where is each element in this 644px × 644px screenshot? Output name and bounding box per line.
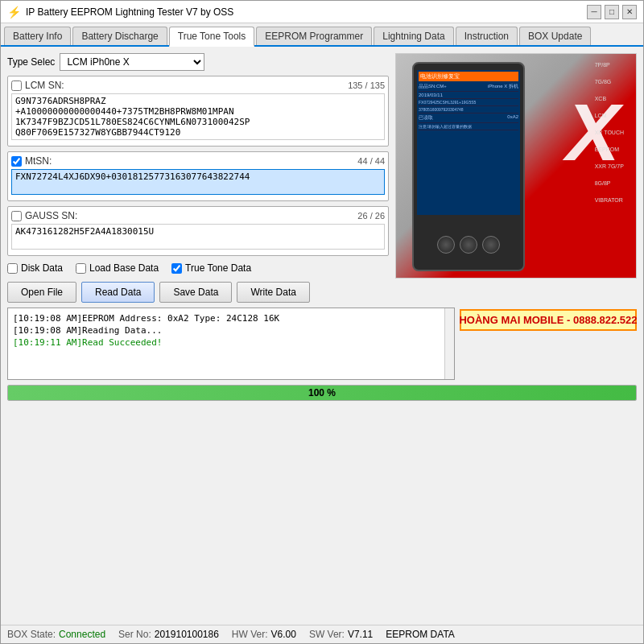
status-sw-ver: SW Ver: V7.11	[309, 629, 373, 640]
gauss-sn-header: GAUSS SN: 26 / 26	[11, 210, 385, 221]
open-file-button[interactable]: Open File	[7, 282, 76, 303]
progress-bar-inner: 100 %	[8, 386, 636, 400]
true-tone-data-checkbox[interactable]	[171, 263, 182, 274]
screen-row-4: 37805160097920304748	[419, 106, 518, 114]
device-buttons	[437, 236, 500, 254]
type-select-row: Type Selec LCM iPh0ne X LCM iPh0ne XR LC…	[7, 53, 389, 71]
write-data-button[interactable]: Write Data	[237, 282, 309, 303]
sw-ver-value: V7.11	[348, 629, 373, 640]
eeprom-data-label: EEPROM DATA	[386, 629, 455, 640]
save-data-button[interactable]: Save Data	[159, 282, 232, 303]
lcm-sn-count: 135 / 135	[348, 80, 385, 90]
status-bar: BOX State: Connected Ser No: 20191010018…	[1, 625, 643, 643]
screen-row-3: FX0729425CSHL3J91+19G5S5	[419, 99, 518, 106]
tab-box-update[interactable]: BOX Update	[519, 27, 591, 45]
device-btn-1	[437, 236, 455, 254]
window-controls: ─ □ ✕	[587, 5, 637, 19]
log-scrollbar[interactable]	[444, 308, 454, 379]
lcm-sn-checkbox[interactable]	[11, 80, 22, 91]
tab-bar: Battery Info Battery Discharge True Tone…	[1, 23, 643, 47]
device-background: 电池识别修复宝 品品SN:CM+iPhone X 拆机 2019/03/11 F…	[396, 54, 636, 278]
sw-ver-label: SW Ver:	[309, 629, 345, 640]
maximize-button[interactable]: □	[605, 5, 619, 19]
disk-data-checkbox[interactable]	[7, 263, 18, 274]
true-tone-data-option: True Tone Data	[171, 262, 251, 274]
close-button[interactable]: ✕	[622, 5, 637, 19]
log-section: [10:19:08 AM]EEPROM Address: 0xA2 Type: …	[7, 308, 637, 380]
screen-row-1: 品品SN:CM+iPhone X 拆机	[419, 82, 518, 92]
load-base-data-checkbox[interactable]	[76, 263, 86, 274]
status-eeprom-data: EEPROM DATA	[386, 629, 455, 640]
minimize-button[interactable]: ─	[587, 5, 601, 19]
load-base-data-option: Load Base Data	[76, 262, 159, 274]
disk-data-option: Disk Data	[7, 262, 63, 274]
device-image-panel: 电池识别修复宝 品品SN:CM+iPhone X 拆机 2019/03/11 F…	[395, 53, 637, 279]
log-line-1: [10:19:08 AM]EEPROM Address: 0xA2 Type: …	[13, 313, 449, 324]
tab-eeprom-programmer[interactable]: EEPROM Programmer	[256, 27, 372, 45]
lcm-sn-group: LCM SN: 135 / 135 G9N7376ADRSH8PRAZ +A10…	[7, 76, 389, 147]
lcm-sn-textarea[interactable]: G9N7376ADRSH8PRAZ +A10000000000000440+73…	[11, 93, 385, 140]
top-section: Type Selec LCM iPh0ne X LCM iPh0ne XR LC…	[7, 53, 637, 303]
window-title: IP Battery EEPROM Lightning Tester V7 by…	[26, 6, 233, 18]
left-panel: Type Selec LCM iPh0ne X LCM iPh0ne XR LC…	[7, 53, 389, 303]
hw-ver-label: HW Ver:	[232, 629, 268, 640]
screen-row-2: 2019/03/11	[419, 92, 518, 99]
progress-bar-outer: 100 %	[7, 385, 637, 401]
device-btn-3	[482, 236, 500, 254]
device-body: 电池识别修复宝 品品SN:CM+iPhone X 拆机 2019/03/11 F…	[412, 62, 525, 271]
tab-battery-info[interactable]: Battery Info	[4, 27, 71, 45]
lcm-sn-label: LCM SN:	[25, 80, 64, 91]
app-icon: ⚡	[7, 6, 21, 19]
hw-ver-value: V6.00	[271, 629, 296, 640]
status-ser-no: Ser No: 201910100186	[118, 629, 219, 640]
progress-label: 100 %	[308, 387, 336, 398]
screen-row-6: 注意:请勿输入超过容量的数据	[419, 123, 518, 130]
mt-sn-label: MtSN:	[25, 155, 52, 167]
disk-data-label: Disk Data	[21, 262, 63, 274]
gauss-sn-group: GAUSS SN: 26 / 26 AK473161282H5F2A4A1830…	[7, 206, 389, 256]
screen-title: 电池识别修复宝	[419, 72, 518, 81]
ser-no-label: Ser No:	[118, 629, 151, 640]
type-select-label: Type Selec	[7, 56, 55, 68]
mt-sn-textarea[interactable]: FXN72724L4XJ6DX90+0301812577316307764382…	[11, 169, 385, 195]
log-line-3: [10:19:11 AM]Read Succeeded!	[13, 337, 449, 348]
status-box-state: BOX State: Connected	[7, 629, 105, 640]
mt-sn-count: 44 / 44	[357, 156, 385, 166]
app-window: ⚡ IP Battery EEPROM Lightning Tester V7 …	[0, 0, 644, 644]
status-hw-ver: HW Ver: V6.00	[232, 629, 296, 640]
connected-status: Connected	[59, 629, 105, 640]
mt-sn-header: MtSN: 44 / 44	[11, 155, 385, 167]
log-line-2: [10:19:08 AM]Reading Data...	[13, 325, 449, 336]
gauss-sn-label: GAUSS SN:	[25, 210, 77, 221]
tab-instruction[interactable]: Instruction	[456, 27, 518, 45]
ser-no-value: 201910100186	[155, 629, 219, 640]
read-data-button[interactable]: Read Data	[81, 282, 155, 303]
true-tone-data-label: True Tone Data	[185, 262, 251, 274]
box-state-label: BOX State:	[7, 629, 56, 640]
options-row: Disk Data Load Base Data True Tone Data	[7, 262, 389, 274]
device-screen: 电池识别修复宝 品品SN:CM+iPhone X 拆机 2019/03/11 F…	[417, 70, 520, 215]
title-bar-left: ⚡ IP Battery EEPROM Lightning Tester V7 …	[7, 6, 233, 19]
log-output: [10:19:08 AM]EEPROM Address: 0xA2 Type: …	[7, 308, 455, 380]
load-base-data-label: Load Base Data	[89, 262, 159, 274]
mt-sn-group: MtSN: 44 / 44 FXN72724L4XJ6DX90+03018125…	[7, 151, 389, 201]
tab-battery-discharge[interactable]: Battery Discharge	[72, 27, 167, 45]
gauss-sn-textarea[interactable]: AK473161282H5F2A4A1830015U	[11, 224, 385, 250]
progress-section: 100 %	[7, 385, 637, 401]
gauss-sn-count: 26 / 26	[357, 211, 385, 221]
device-btn-2	[460, 236, 477, 254]
promo-badge: HOÀNG MAI MOBILE - 0888.822.522	[460, 309, 637, 331]
lcm-sn-header: LCM SN: 135 / 135	[11, 80, 385, 91]
device-port-labels: 7P/8P 7G/8G XCB LCM XR TOUCH EEPROM XXR …	[595, 62, 624, 203]
mt-sn-checkbox[interactable]	[11, 156, 22, 167]
screen-row-5: 已读取0xA2	[419, 114, 518, 123]
main-content: Type Selec LCM iPh0ne X LCM iPh0ne XR LC…	[1, 47, 643, 625]
type-select-dropdown[interactable]: LCM iPh0ne X LCM iPh0ne XR LCM iPh0ne XS	[60, 53, 204, 71]
title-bar: ⚡ IP Battery EEPROM Lightning Tester V7 …	[1, 1, 643, 23]
gauss-sn-checkbox[interactable]	[11, 211, 22, 221]
tab-true-tone-tools[interactable]: True Tone Tools	[169, 27, 255, 47]
action-buttons: Open File Read Data Save Data Write Data	[7, 282, 389, 303]
tab-lightning-data[interactable]: Lightning Data	[374, 27, 453, 45]
